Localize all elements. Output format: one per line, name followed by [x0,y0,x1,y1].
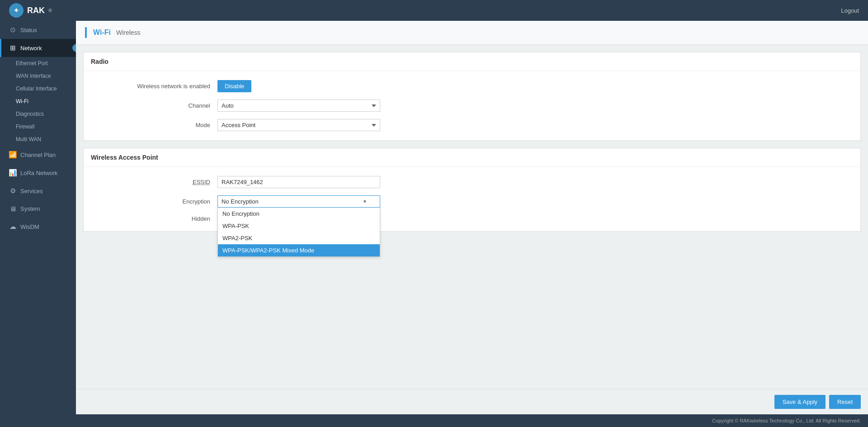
mode-row: Mode Access Point Client Monitor [91,119,853,131]
encryption-dropdown-display[interactable]: No Encryption ▼ [217,195,380,208]
mode-label: Mode [91,122,217,128]
channel-row: Channel Auto 123 456 789 1011 [91,100,853,112]
encryption-option-wpa-psk[interactable]: WPA-PSK [218,220,380,232]
sidebar-item-label: LoRa Network [20,170,57,176]
wireless-ap-section: Wireless Access Point ESSID Encryption N… [83,148,861,232]
sidebar-item-wisdm[interactable]: ☁ WisDM [0,218,76,236]
page-header: Wi-Fi Wireless [76,21,868,45]
encryption-option-mixed[interactable]: WPA-PSK/WPA2-PSK Mixed Mode [218,244,380,256]
wireless-enabled-row: Wireless network is enabled Disable [91,80,853,92]
sidebar-item-lora-network[interactable]: 📊 LoRa Network [0,164,76,182]
sidebar-item-label: Status [20,27,37,33]
mode-select[interactable]: Access Point Client Monitor [217,119,380,131]
essid-control [217,176,380,188]
sidebar-item-label: WisDM [20,223,39,230]
footer: Copyright © RAKwireless Technology Co., … [76,414,868,427]
network-icon: ⊞ [9,44,17,52]
footer-text: Copyright © RAKwireless Technology Co., … [712,418,861,423]
encryption-row: Encryption No Encryption ▼ No Encryption… [91,195,853,208]
channel-select[interactable]: Auto 123 456 789 1011 [217,100,380,112]
sidebar-item-firewall[interactable]: Firewall [0,120,76,133]
logo: ✦ RAK ® [9,3,52,18]
encryption-control: No Encryption ▼ No Encryption WPA-PSK WP… [217,195,380,208]
sidebar-item-label: Network [20,45,42,52]
sidebar: ⊙ Status ⊞ Network ‹ Ethernet Port WAN I… [0,21,76,427]
page-header-accent [85,27,87,38]
channel-label: Channel [91,102,217,109]
wireless-ap-title: Wireless Access Point [84,148,860,167]
sub-item-label: Diagnostics [16,111,44,117]
channel-plan-icon: 📶 [9,151,17,159]
hidden-row: Hidden [91,215,853,222]
sidebar-item-status[interactable]: ⊙ Status [0,21,76,39]
sidebar-item-label: Channel Plan [20,152,56,158]
channel-control: Auto 123 456 789 1011 [217,100,380,112]
sidebar-item-system[interactable]: 🖥 System [0,200,76,218]
wisdm-icon: ☁ [9,223,17,231]
sidebar-item-label: System [20,205,40,212]
radio-section-title: Radio [84,52,860,71]
encryption-selected-value: No Encryption [222,198,259,205]
radio-section: Radio Wireless network is enabled Disabl… [83,52,861,141]
wireless-ap-body: ESSID Encryption No Encryption ▼ [84,167,860,231]
mode-control: Access Point Client Monitor [217,119,380,131]
sidebar-item-wifi[interactable]: Wi-Fi [0,95,76,108]
save-apply-button[interactable]: Save & Apply [774,395,826,409]
content-body: Radio Wireless network is enabled Disabl… [76,45,868,389]
encryption-option-wpa2-psk[interactable]: WPA2-PSK [218,232,380,244]
logo-icon: ✦ [9,3,24,18]
sub-item-label: Multi WAN [16,136,41,142]
sidebar-item-label: Services [20,188,43,195]
disable-button[interactable]: Disable [217,80,251,92]
main-layout: ⊙ Status ⊞ Network ‹ Ethernet Port WAN I… [0,21,868,427]
sidebar-item-diagnostics[interactable]: Diagnostics [0,108,76,120]
services-icon: ⚙ [9,187,17,195]
encryption-dropdown-list: No Encryption WPA-PSK WPA2-PSK WPA-PSK/W… [217,208,380,257]
logo-trademark: ® [48,8,52,13]
essid-label: ESSID [91,179,217,185]
sub-item-label: Cellular Interface [16,85,57,92]
essid-row: ESSID [91,176,853,188]
action-bar: Save & Apply Reset [76,389,868,414]
sidebar-item-multi-wan[interactable]: Multi WAN [0,133,76,146]
sidebar-item-services[interactable]: ⚙ Services [0,182,76,200]
sidebar-item-cellular-interface[interactable]: Cellular Interface [0,82,76,95]
app-header: ✦ RAK ® Logout [0,0,868,21]
lora-network-icon: 📊 [9,169,17,177]
page-subtitle: Wireless [116,29,141,36]
collapse-button[interactable]: ‹ [72,44,76,52]
sub-item-label: Ethernet Port [16,60,48,66]
sidebar-item-channel-plan[interactable]: 📶 Channel Plan [0,146,76,164]
encryption-option-none[interactable]: No Encryption [218,208,380,220]
content-area: Wi-Fi Wireless Radio Wireless network is… [76,21,868,427]
page-title: Wi-Fi [93,28,111,37]
sidebar-item-network[interactable]: ⊞ Network ‹ [0,39,76,57]
sub-item-label: WAN Interface [16,73,51,79]
sub-item-label: Wi-Fi [16,98,28,104]
sidebar-item-wan-interface[interactable]: WAN Interface [0,70,76,82]
reset-button[interactable]: Reset [829,395,861,409]
status-icon: ⊙ [9,26,17,34]
wireless-enabled-control: Disable [217,80,380,92]
encryption-label: Encryption [91,198,217,205]
essid-input[interactable] [217,176,380,188]
radio-section-body: Wireless network is enabled Disable Chan… [84,71,860,140]
sidebar-item-ethernet-port[interactable]: Ethernet Port [0,57,76,70]
wireless-enabled-label: Wireless network is enabled [91,83,217,90]
hidden-label: Hidden [91,215,217,222]
sub-item-label: Firewall [16,123,34,130]
logo-text: RAK [27,6,45,15]
logout-button[interactable]: Logout [841,7,859,14]
system-icon: 🖥 [9,205,17,213]
dropdown-arrow-icon: ▼ [363,199,367,204]
